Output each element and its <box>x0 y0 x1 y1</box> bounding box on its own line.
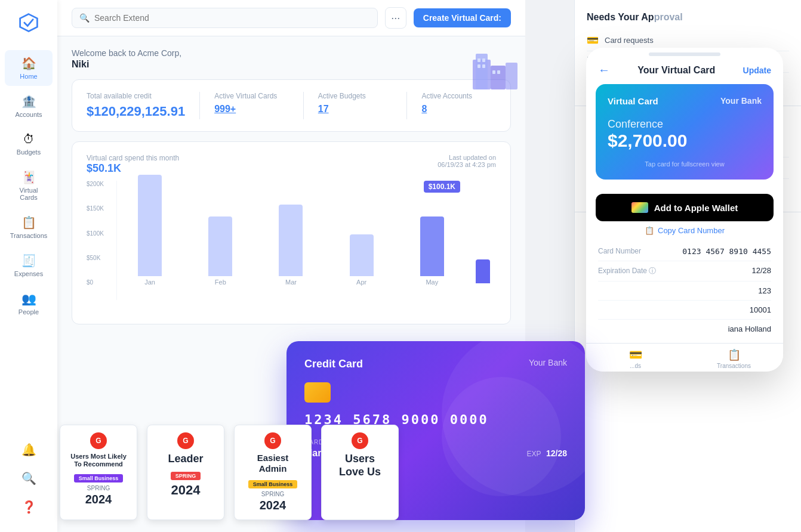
active-cards-value[interactable]: 999+ <box>214 104 289 115</box>
cc-bank: Your Bank <box>529 358 567 367</box>
badge-year: 2024 <box>157 482 214 498</box>
card-number-label: Card Number <box>598 247 641 256</box>
phone-update-button[interactable]: Update <box>743 66 771 75</box>
cc-brand: Credit Card <box>304 358 363 370</box>
active-budgets-value[interactable]: 17 <box>318 104 393 115</box>
phone-nav-cards-icon: 💳 <box>629 348 642 361</box>
badge-g2-logo: G <box>177 432 194 449</box>
total-credit-label: Total available credit <box>87 92 185 100</box>
phone-mockup: ← Your Virtual Card Update Virtual Card … <box>586 48 783 372</box>
expiry-value: 12/28 <box>751 266 771 276</box>
sidebar-item-home[interactable]: 🏠 Home <box>5 50 53 86</box>
chart-y-label-0: $0 <box>87 279 116 286</box>
card-details: Card Number 0123 4567 8910 4455 Expirati… <box>586 242 783 343</box>
bell-icon: 🔔 <box>21 443 36 457</box>
chart-bar-jan <box>138 175 162 276</box>
building-illustration <box>467 48 526 92</box>
sidebar-item-people[interactable]: 👥 People <box>5 286 53 321</box>
topbar-actions: ··· Create Virtual Card: <box>385 7 511 29</box>
chart-header: Virtual card spend this month $50.1K Las… <box>87 154 496 175</box>
chart-bar-group-may: May <box>399 216 465 286</box>
badges-section: G Users Most Likely To Recommend Small B… <box>60 425 399 520</box>
dashboard: Welcome back to Acme Corp, Niki Total av… <box>57 36 525 346</box>
badge-title: Users Most Likely To Recommend <box>70 453 127 468</box>
chart-bar-feb <box>208 216 232 276</box>
expiry-label: Expiration Date ⓘ <box>598 266 656 276</box>
apple-wallet-icon <box>631 202 648 213</box>
copy-icon: 📋 <box>645 226 654 235</box>
badge-title: Users Love Us <box>331 453 389 478</box>
sidebar-item-help[interactable]: ❓ <box>5 494 53 520</box>
active-budgets-label: Active Budgets <box>318 92 393 100</box>
copy-card-button[interactable]: 📋 Copy Card Number <box>596 221 774 240</box>
needs-approval-title: Needs Your Approval <box>587 12 789 23</box>
sidebar-item-label: Budgets <box>17 149 41 156</box>
sidebar-item-search[interactable]: 🔍 <box>5 465 53 491</box>
stats-row: Total available credit $120,229,125.91 A… <box>72 79 511 132</box>
chart-y-label-150k: $150K <box>87 205 116 212</box>
apple-wallet-label: Add to Apple Wallet <box>654 203 738 213</box>
virtual-card-display: Virtual Card Your Bank Conference $2,700… <box>596 84 774 180</box>
active-cards-stat: Active Virtual Cards 999+ <box>214 92 304 119</box>
search-input[interactable] <box>94 13 370 23</box>
card-detail-zip: 10001 <box>598 301 771 320</box>
phone-nav-transactions-icon: 📋 <box>728 348 741 361</box>
total-credit-value: $120,229,125.91 <box>87 104 185 119</box>
card-tap-hint: Tap card for fullscreen view <box>608 160 762 168</box>
sidebar-item-label: Virtual Cards <box>12 187 45 201</box>
svg-rect-9 <box>497 70 500 74</box>
card-bank-label: Your Bank <box>720 96 762 106</box>
sidebar-item-notifications[interactable]: 🔔 <box>5 437 53 463</box>
badge-g2-logo: G <box>352 432 368 449</box>
sidebar-item-label: Transactions <box>10 232 48 239</box>
card-number-value: 0123 4567 8910 4455 <box>682 247 771 256</box>
sidebar-item-budgets[interactable]: ⏱ Budgets <box>5 126 53 162</box>
cc-header: Credit Card Your Bank <box>304 358 567 370</box>
phone-nav-transactions[interactable]: 📋 Transactions <box>685 348 783 369</box>
sidebar-item-accounts[interactable]: 🏦 Accounts <box>5 88 53 124</box>
approval-item-label: Card requests <box>605 36 654 45</box>
badge-season: SPRING <box>244 491 301 497</box>
search-bar[interactable]: 🔍 <box>72 8 378 28</box>
svg-rect-5 <box>482 58 485 62</box>
badge-subtitle: Small Business <box>248 480 298 488</box>
chart-amount: $50.1K <box>87 162 179 175</box>
badge-users-love-us: G Users Love Us <box>321 425 399 520</box>
sidebar-item-label: People <box>19 308 39 316</box>
more-options-button[interactable]: ··· <box>385 7 406 29</box>
sidebar-item-label: Expenses <box>14 270 43 277</box>
app-logo <box>18 12 39 36</box>
chart-y-label-200k: $200K <box>87 181 116 187</box>
chart-tooltip: $100.1K <box>424 181 460 193</box>
sidebar-item-label: Accounts <box>15 111 42 118</box>
svg-rect-4 <box>477 58 480 62</box>
chart-bar-extra <box>476 259 490 283</box>
chart-label-apr: Apr <box>356 279 366 286</box>
search-icon: 🔍 <box>21 471 36 485</box>
active-accounts-value[interactable]: 8 <box>421 104 496 115</box>
phone-title: Your Virtual Card <box>637 65 715 76</box>
badge-season: SPRING <box>70 485 127 491</box>
sidebar-item-virtual-cards[interactable]: 🃏 Virtual Cards <box>5 164 53 207</box>
badge-title: Easiest Admin <box>244 453 301 474</box>
apple-wallet-section: Add to Apple Wallet 📋 Copy Card Number <box>586 187 783 242</box>
transactions-icon: 📋 <box>21 215 36 230</box>
apple-wallet-button[interactable]: Add to Apple Wallet <box>596 194 774 221</box>
chart-left: Virtual card spend this month $50.1K <box>87 154 179 175</box>
card-name-label: Conference <box>608 118 762 131</box>
cc-chip <box>304 382 331 403</box>
card-detail-cvv: 123 <box>598 282 771 301</box>
expenses-icon: 🧾 <box>21 253 36 268</box>
badge-year: 2024 <box>70 493 127 506</box>
phone-nav-cards[interactable]: 💳 ...ds <box>586 348 685 369</box>
sidebar-item-transactions[interactable]: 📋 Transactions <box>5 209 53 245</box>
card-detail-expiry: Expiration Date ⓘ 12/28 <box>598 261 771 282</box>
welcome-name: Niki <box>72 59 511 70</box>
badge-subtitle: SPRING <box>171 472 201 480</box>
sidebar-item-expenses[interactable]: 🧾 Expenses <box>5 248 53 283</box>
cvv-value: 123 <box>758 286 771 295</box>
create-virtual-card-button[interactable]: Create Virtual Card: <box>414 8 511 27</box>
chart-y-label-100k: $100K <box>87 230 116 237</box>
cc-exp-value: 12/28 <box>546 449 567 458</box>
phone-back-button[interactable]: ← <box>598 63 610 77</box>
